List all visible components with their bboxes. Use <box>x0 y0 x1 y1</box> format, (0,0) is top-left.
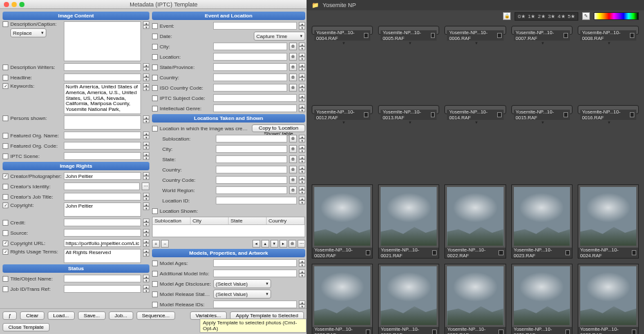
color-label-strip[interactable] <box>594 12 639 20</box>
thumbnail[interactable]: Yosemite-NP...10-0028.RAF <box>312 264 373 334</box>
model-age-disclosure-select[interactable]: (Select Value) <box>213 279 271 288</box>
iptc-scene-input[interactable] <box>64 152 141 160</box>
job-button[interactable]: Job... <box>109 311 133 320</box>
country2-input[interactable] <box>216 166 287 173</box>
creator-input[interactable] <box>64 172 141 180</box>
job-id-input[interactable] <box>64 285 141 293</box>
thumbnail-checkbox[interactable] <box>565 329 570 334</box>
minimize-window[interactable] <box>12 2 17 7</box>
browser-tab[interactable]: Yosemite NP <box>323 2 356 8</box>
thumbnail-checkbox[interactable] <box>630 112 634 117</box>
thumbnail-checkbox[interactable] <box>431 33 435 38</box>
location-shown-table[interactable]: SublocationCityStateCountry <box>152 217 305 237</box>
world-region-input[interactable] <box>216 186 287 194</box>
country-code-input[interactable] <box>216 176 287 184</box>
country-input[interactable] <box>213 74 287 81</box>
featured-org-name-input[interactable] <box>64 132 141 139</box>
zoom-window[interactable] <box>19 2 24 7</box>
step-down[interactable]: ▾ <box>143 25 149 29</box>
keywords-checkbox[interactable]: ✓ <box>3 83 8 89</box>
thumbnail-checkbox[interactable] <box>498 329 503 334</box>
thumbnail[interactable]: Yosemite-NP...10-0013.RAF <box>378 105 439 114</box>
copyright-url-input[interactable] <box>64 239 141 247</box>
thumbnail[interactable]: Yosemite-NP...10-0029.RAF <box>378 264 439 334</box>
thumbnail[interactable]: Yosemite-NP...10-0022.RAF <box>444 184 506 259</box>
thumbnail[interactable]: Yosemite-NP...10-0014.RAF <box>444 105 506 114</box>
sublocation-input[interactable] <box>216 135 287 142</box>
thumbnail[interactable]: Yosemite-NP...10-0016.RAF <box>578 105 639 114</box>
checkbox[interactable] <box>3 64 8 70</box>
save-button[interactable]: Save... <box>78 311 106 320</box>
thumbnail-checkbox[interactable] <box>564 33 568 38</box>
sequence-button[interactable]: Sequence... <box>137 311 176 320</box>
headline-input[interactable] <box>64 74 141 81</box>
description-input[interactable] <box>64 21 141 61</box>
thumbnail-checkbox[interactable] <box>498 250 503 255</box>
thumbnail[interactable]: Yosemite-NP...10-0021.RAF <box>378 184 439 259</box>
thumbnail[interactable]: Yosemite-NP...10-0004.RAF <box>312 26 373 35</box>
credit-input[interactable] <box>64 219 141 226</box>
copy-to-location-shown-button[interactable]: Copy to 'Location Shown' table <box>252 124 305 132</box>
location-id-input[interactable] <box>216 197 297 204</box>
close-template-button[interactable]: Close Template <box>3 323 50 331</box>
thumbnail-checkbox[interactable] <box>366 329 370 334</box>
thumbnail[interactable]: Yosemite-NP...10-0012.RAF <box>312 105 373 114</box>
model-ages-input[interactable] <box>213 259 297 267</box>
load-button[interactable]: Load... <box>48 311 75 320</box>
thumbnail-checkbox[interactable] <box>364 112 368 117</box>
persons-shown-input[interactable] <box>64 115 141 130</box>
checkbox[interactable] <box>3 75 8 81</box>
intellectual-genre-input[interactable] <box>213 104 297 112</box>
thumbnail-checkbox[interactable] <box>432 329 437 334</box>
thumbnail-checkbox[interactable] <box>431 112 435 117</box>
thumbnail[interactable]: Yosemite-NP...10-0015.RAF <box>511 105 573 114</box>
thumbnail-checkbox[interactable] <box>497 33 502 38</box>
thumbnail[interactable]: Yosemite-NP...10-0008.RAF <box>578 26 639 35</box>
thumbnail[interactable]: Yosemite-NP...10-0031.RAF <box>511 264 573 334</box>
capture-time-select[interactable]: Capture Time <box>254 32 305 41</box>
thumbnail-checkbox[interactable] <box>632 250 636 255</box>
city2-input[interactable] <box>216 145 287 153</box>
featured-org-code-input[interactable] <box>64 142 141 150</box>
thumbnail-checkbox[interactable] <box>497 112 502 117</box>
thumbnail-checkbox[interactable] <box>364 33 368 38</box>
thumbnail-checkbox[interactable] <box>366 250 370 255</box>
thumbnail[interactable]: Yosemite-NP...10-0007.RAF <box>511 26 573 35</box>
thumbnail[interactable]: Yosemite-NP...10-0020.RAF <box>312 184 373 259</box>
creators-identity-input[interactable] <box>64 182 140 190</box>
model-release-status-select[interactable]: (Select Value) <box>213 290 271 299</box>
remove-row[interactable]: − <box>161 240 169 248</box>
city-input[interactable] <box>213 43 287 50</box>
location-input[interactable] <box>213 53 287 61</box>
thumbnail[interactable]: Yosemite-NP...10-0023.RAF <box>511 184 573 259</box>
thumbnail[interactable]: Yosemite-NP...10-0030.RAF <box>444 264 506 334</box>
thumbnail-checkbox[interactable] <box>632 329 636 334</box>
thumbnail-checkbox[interactable] <box>565 250 570 255</box>
state2-input[interactable] <box>216 155 287 163</box>
keywords-input[interactable] <box>64 83 141 114</box>
rating-filter[interactable]: 0★1★2★3★4★5★ <box>515 12 578 21</box>
description-checkbox[interactable] <box>3 21 8 27</box>
thumbnail[interactable]: Yosemite-NP...10-0032.RAF <box>578 264 639 334</box>
event-input[interactable] <box>213 22 297 30</box>
copyright-input[interactable] <box>64 202 141 217</box>
description-writers-input[interactable] <box>64 63 141 71</box>
rights-usage-input[interactable] <box>64 249 141 263</box>
additional-model-input[interactable] <box>213 270 297 277</box>
thumbnail-checkbox[interactable] <box>630 33 634 38</box>
flash-button[interactable]: ƒ <box>3 311 17 320</box>
clear-button[interactable]: Clear <box>20 311 44 320</box>
lock-icon[interactable]: 🔒 <box>503 12 511 20</box>
iso-input[interactable] <box>213 84 287 92</box>
model-release-ids-input[interactable] <box>213 300 297 308</box>
creators-job-title-input[interactable] <box>64 193 141 201</box>
source-input[interactable] <box>64 229 141 237</box>
add-row[interactable]: + <box>152 240 160 248</box>
thumbnail-checkbox[interactable] <box>564 112 568 117</box>
thumbnail-checkbox[interactable] <box>432 250 437 255</box>
state-input[interactable] <box>213 63 287 71</box>
subfield-button[interactable]: ⋯ <box>142 182 149 190</box>
thumbnail[interactable]: Yosemite-NP...10-0005.RAF <box>378 26 439 35</box>
thumbnail[interactable]: Yosemite-NP...10-0006.RAF <box>444 26 506 35</box>
title-object-input[interactable] <box>64 275 141 282</box>
